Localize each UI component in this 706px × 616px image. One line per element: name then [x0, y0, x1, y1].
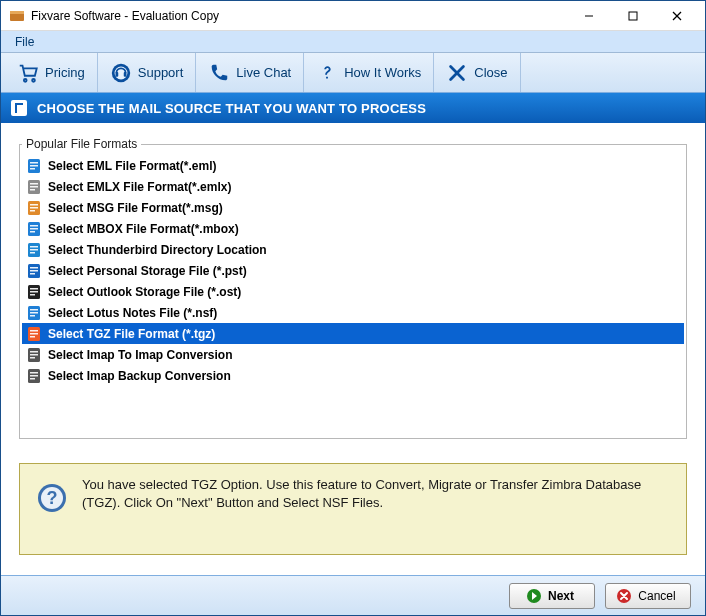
format-list: Select EML File Format(*.eml)Select EMLX… [22, 155, 684, 386]
svg-rect-40 [30, 291, 38, 293]
toolbar-support[interactable]: Support [98, 53, 197, 92]
toolbar-label: Live Chat [236, 65, 291, 80]
svg-rect-45 [30, 315, 35, 317]
format-label: Select EMLX File Format(*.emlx) [48, 180, 231, 194]
outlook-ost-icon [26, 284, 42, 300]
cart-icon [17, 62, 39, 84]
menu-file[interactable]: File [9, 33, 40, 51]
banner-page-icon [11, 100, 27, 116]
svg-rect-23 [30, 204, 38, 206]
format-label: Select MBOX File Format(*.mbox) [48, 222, 239, 236]
format-item[interactable]: Select Lotus Notes File (*.nsf) [22, 302, 684, 323]
svg-rect-1 [10, 11, 24, 14]
format-item[interactable]: Select MSG File Format(*.msg) [22, 197, 684, 218]
format-label: Select Imap To Imap Conversion [48, 348, 233, 362]
svg-rect-3 [629, 12, 637, 20]
next-label: Next [548, 589, 574, 603]
next-arrow-icon [526, 588, 542, 604]
svg-rect-53 [30, 357, 35, 359]
phone-icon [208, 62, 230, 84]
sync-icon [26, 368, 42, 384]
format-label: Select MSG File Format(*.msg) [48, 201, 223, 215]
info-text: You have selected TGZ Option. Use this f… [82, 476, 672, 511]
svg-rect-31 [30, 246, 38, 248]
app-window: Fixvare Software - Evaluation Copy File … [0, 0, 706, 616]
maximize-button[interactable] [611, 2, 655, 30]
svg-rect-48 [30, 333, 38, 335]
headset-icon [110, 62, 132, 84]
svg-rect-41 [30, 294, 35, 296]
svg-rect-35 [30, 267, 38, 269]
svg-rect-19 [30, 183, 38, 185]
svg-rect-49 [30, 336, 35, 338]
svg-text:?: ? [47, 488, 58, 508]
svg-rect-21 [30, 189, 35, 191]
envelope-icon [26, 179, 42, 195]
svg-rect-33 [30, 252, 35, 254]
svg-rect-29 [30, 231, 35, 233]
svg-rect-10 [115, 72, 118, 77]
toolbar-label: Close [474, 65, 507, 80]
format-item[interactable]: Select EMLX File Format(*.emlx) [22, 176, 684, 197]
window-controls [567, 2, 699, 30]
info-panel: ? You have selected TGZ Option. Use this… [19, 463, 687, 555]
section-banner: CHOOSE THE MAIL SOURCE THAT YOU WANT TO … [1, 93, 705, 123]
outlook-pst-icon [26, 263, 42, 279]
format-item[interactable]: Select EML File Format(*.eml) [22, 155, 684, 176]
format-item[interactable]: Select Outlook Storage File (*.ost) [22, 281, 684, 302]
info-question-icon: ? [36, 482, 68, 514]
svg-rect-20 [30, 186, 38, 188]
svg-rect-17 [30, 168, 35, 170]
lotus-notes-icon [26, 305, 42, 321]
inbox-icon [26, 221, 42, 237]
cancel-x-icon [616, 588, 632, 604]
svg-rect-44 [30, 312, 38, 314]
minimize-button[interactable] [567, 2, 611, 30]
cancel-label: Cancel [638, 589, 675, 603]
format-item[interactable]: Select Imap To Imap Conversion [22, 344, 684, 365]
format-item[interactable]: Select MBOX File Format(*.mbox) [22, 218, 684, 239]
svg-point-7 [32, 78, 35, 81]
popular-formats-group: Popular File Formats Select EML File For… [19, 137, 687, 439]
popular-formats-legend: Popular File Formats [22, 137, 141, 151]
svg-rect-11 [124, 72, 127, 77]
tgz-icon [26, 326, 42, 342]
format-label: Select Imap Backup Conversion [48, 369, 231, 383]
svg-rect-51 [30, 351, 38, 353]
sync-icon [26, 347, 42, 363]
svg-point-6 [24, 78, 27, 81]
close-button[interactable] [655, 2, 699, 30]
thunderbird-icon [26, 242, 42, 258]
format-label: Select Outlook Storage File (*.ost) [48, 285, 241, 299]
svg-rect-27 [30, 225, 38, 227]
titlebar: Fixvare Software - Evaluation Copy [1, 1, 705, 31]
svg-rect-32 [30, 249, 38, 251]
toolbar-pricing[interactable]: Pricing [5, 53, 98, 92]
format-item[interactable]: Select Thunderbird Directory Location [22, 239, 684, 260]
format-item[interactable]: Select Imap Backup Conversion [22, 365, 684, 386]
format-item[interactable]: Select TGZ File Format (*.tgz) [22, 323, 684, 344]
toolbar-how-it-works[interactable]: How It Works [304, 53, 434, 92]
toolbar-label: How It Works [344, 65, 421, 80]
toolbar-label: Support [138, 65, 184, 80]
cancel-button[interactable]: Cancel [605, 583, 691, 609]
toolbar-close[interactable]: Close [434, 53, 520, 92]
toolbar-live-chat[interactable]: Live Chat [196, 53, 304, 92]
format-label: Select TGZ File Format (*.tgz) [48, 327, 215, 341]
format-label: Select Lotus Notes File (*.nsf) [48, 306, 217, 320]
svg-rect-36 [30, 270, 38, 272]
next-button[interactable]: Next [509, 583, 595, 609]
svg-rect-15 [30, 162, 38, 164]
toolbar-label: Pricing [45, 65, 85, 80]
svg-rect-55 [30, 372, 38, 374]
svg-rect-47 [30, 330, 38, 332]
svg-rect-24 [30, 207, 38, 209]
svg-rect-39 [30, 288, 38, 290]
banner-text: CHOOSE THE MAIL SOURCE THAT YOU WANT TO … [37, 101, 426, 116]
svg-rect-28 [30, 228, 38, 230]
svg-rect-52 [30, 354, 38, 356]
close-x-icon [446, 62, 468, 84]
menubar: File [1, 31, 705, 53]
footer-bar: Next Cancel [1, 575, 705, 615]
format-item[interactable]: Select Personal Storage File (*.pst) [22, 260, 684, 281]
